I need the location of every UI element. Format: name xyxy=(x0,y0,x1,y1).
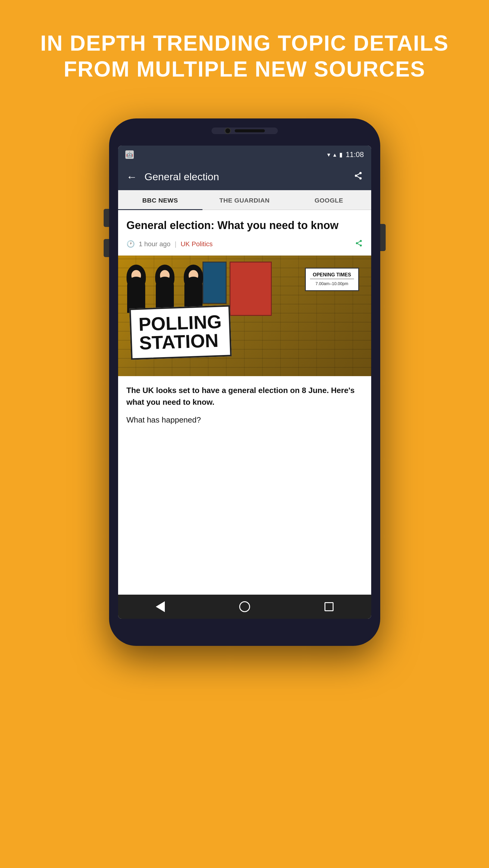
tab-the-guardian[interactable]: THE GUARDIAN xyxy=(202,190,287,210)
phone-top-bar xyxy=(211,127,278,134)
svg-point-2 xyxy=(359,177,362,180)
svg-line-8 xyxy=(358,244,360,245)
svg-point-6 xyxy=(356,242,358,244)
tab-google[interactable]: GOOGLE xyxy=(287,190,371,210)
battery-icon: ▮ xyxy=(339,151,343,158)
time-ago: 1 hour ago xyxy=(139,240,170,248)
app-bar-title: General election xyxy=(144,171,347,183)
phone-camera xyxy=(225,127,231,134)
article-subheading: What has happened? xyxy=(127,415,363,425)
svg-point-0 xyxy=(359,172,362,174)
polling-sign-line2: STATION xyxy=(139,331,223,352)
nav-back-button[interactable] xyxy=(153,599,167,614)
opening-times-hours: 7.00am–10.00pm xyxy=(310,281,354,287)
nav-home-icon xyxy=(239,601,250,612)
svg-point-7 xyxy=(360,244,362,247)
nav-back-icon xyxy=(156,601,165,612)
svg-line-4 xyxy=(357,174,359,175)
phone-speaker xyxy=(235,129,265,132)
bottom-nav xyxy=(118,595,371,619)
hero-heading: IN DEPTH TRENDING TOPIC DETAILS FROM MUL… xyxy=(0,30,489,82)
svg-line-9 xyxy=(358,241,360,243)
polling-station-sign: POLLING STATION xyxy=(129,305,231,360)
svg-point-5 xyxy=(360,240,362,242)
back-button[interactable]: ← xyxy=(127,170,137,183)
article-title: General election: What you need to know xyxy=(127,218,363,233)
nav-home-button[interactable] xyxy=(237,599,252,614)
opening-times-header: OPENING TIMES xyxy=(310,272,354,279)
article-summary: The UK looks set to have a general elect… xyxy=(127,384,363,408)
svg-point-1 xyxy=(355,175,357,177)
polling-station-scene: OPENING TIMES 7.00am–10.00pm xyxy=(118,255,371,376)
phone-screen: 🤖 ▾ ▴ ▮ 11:08 ← General election xyxy=(118,146,371,619)
share-button[interactable] xyxy=(354,171,363,183)
status-time: 11:08 xyxy=(346,150,364,159)
category-link[interactable]: UK Politics xyxy=(181,240,213,248)
status-bar-right: ▾ ▴ ▮ 11:08 xyxy=(327,150,364,159)
nun-3 xyxy=(182,265,205,313)
phone-shell: 🤖 ▾ ▴ ▮ 11:08 ← General election xyxy=(109,119,380,646)
phone-mockup: 🤖 ▾ ▴ ▮ 11:08 ← General election xyxy=(109,119,380,646)
article-image: OPENING TIMES 7.00am–10.00pm xyxy=(118,255,371,376)
meta-left: 🕐 1 hour ago | UK Politics xyxy=(127,240,213,248)
nun-1 xyxy=(124,265,148,313)
clock-icon: 🕐 xyxy=(127,240,135,248)
meta-separator: | xyxy=(175,240,176,248)
nun-2 xyxy=(153,265,177,313)
article-meta: 🕐 1 hour ago | UK Politics xyxy=(127,239,363,249)
signal-icon: ▴ xyxy=(333,151,336,158)
article-body: The UK looks set to have a general elect… xyxy=(118,376,371,595)
bg-noticeboard xyxy=(230,261,272,316)
nav-recent-button[interactable] xyxy=(322,599,336,614)
tab-bbc-news[interactable]: BBC NEWS xyxy=(118,190,202,210)
status-bar: 🤖 ▾ ▴ ▮ 11:08 xyxy=(118,146,371,164)
svg-line-3 xyxy=(357,176,359,178)
article-header: General election: What you need to know … xyxy=(118,210,371,255)
android-icon: 🤖 xyxy=(125,150,134,159)
source-tabs: BBC NEWS THE GUARDIAN GOOGLE xyxy=(118,190,371,210)
wifi-icon: ▾ xyxy=(327,151,330,158)
nun-1-habit xyxy=(127,277,145,313)
bg-door xyxy=(202,261,227,304)
nuns-area xyxy=(124,265,205,313)
article-area: General election: What you need to know … xyxy=(118,210,371,595)
status-bar-left: 🤖 xyxy=(125,150,134,159)
opening-times-sign: OPENING TIMES 7.00am–10.00pm xyxy=(305,268,359,291)
app-bar: ← General election xyxy=(118,164,371,190)
nav-recent-icon xyxy=(325,602,333,611)
article-share-button[interactable] xyxy=(355,239,363,249)
